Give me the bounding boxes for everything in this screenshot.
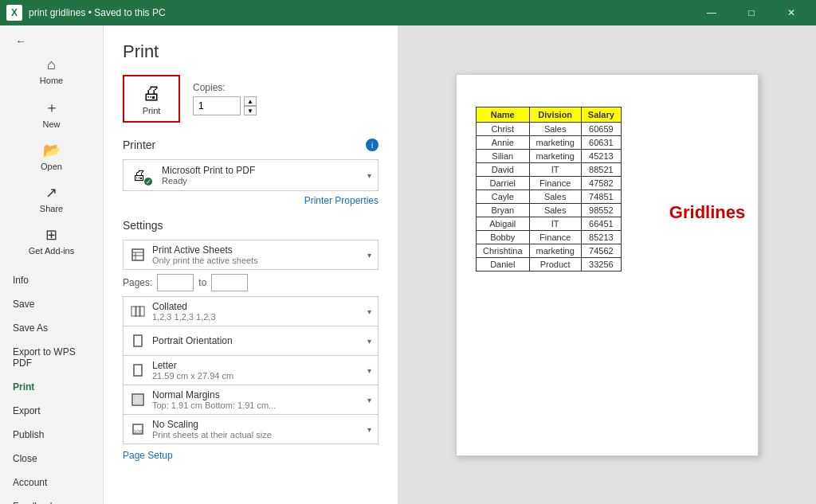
sidebar-item-addins[interactable]: ⊞ Get Add-ins: [0, 220, 103, 262]
print-title: Print: [123, 41, 379, 62]
margins-sub: Top: 1.91 cm Bottom: 1.91 cm...: [152, 400, 371, 410]
preview-content: Name Division Salary ChristSales60659Ann…: [476, 107, 745, 272]
pages-row: Pages: to: [123, 274, 379, 291]
printer-properties-link[interactable]: Printer Properties: [304, 195, 379, 206]
sheets-sub: Only print the active sheets: [152, 256, 371, 265]
close-button[interactable]: ✕: [773, 0, 810, 25]
table-cell: Sales: [529, 189, 581, 203]
table-cell: 98552: [581, 203, 621, 217]
sidebar-item-close[interactable]: Close: [0, 447, 103, 471]
printer-details: Microsoft Print to PDF Ready: [162, 165, 255, 186]
sidebar-share-label: Share: [40, 204, 63, 213]
copies-input[interactable]: [193, 96, 241, 115]
printer-status-check: ✓: [144, 178, 152, 186]
table-cell: Product: [529, 257, 581, 271]
share-icon: ↗: [45, 184, 57, 201]
table-cell: Bryan: [477, 203, 530, 217]
sidebar-item-saveas[interactable]: Save As: [0, 316, 103, 340]
print-panel: Print 🖨 Print Copies: ▲ ▼ Printer: [104, 25, 398, 504]
sidebar-item-open[interactable]: 📂 Open: [0, 135, 103, 178]
copies-decrement[interactable]: ▼: [244, 106, 257, 115]
setting-row-collated[interactable]: Collated 1,2,3 1,2,3 1,2,3: [123, 296, 379, 326]
copies-increment[interactable]: ▲: [244, 96, 257, 106]
table-row: DanielProduct33256: [477, 257, 622, 271]
sidebar-item-share[interactable]: ↗ Share: [0, 178, 103, 220]
table-cell: 45213: [581, 149, 621, 162]
app-icon: X: [6, 5, 22, 21]
setting-row-paper[interactable]: Letter 21.59 cm x 27.94 cm: [123, 355, 379, 385]
table-cell: Silian: [477, 149, 530, 162]
scaling-main: No Scaling: [152, 419, 371, 430]
margins-main: Normal Margins: [152, 389, 371, 400]
sidebar-item-new[interactable]: ＋ New: [0, 92, 103, 135]
pages-to-input[interactable]: [211, 274, 248, 291]
sidebar-open-label: Open: [41, 162, 62, 171]
sidebar-item-publish[interactable]: Publish: [0, 423, 103, 447]
printer-status: Ready: [162, 176, 255, 186]
table-row: Silianmarketing45213: [477, 149, 622, 162]
table-cell: 47582: [581, 176, 621, 189]
orientation-icon: [124, 326, 152, 355]
sidebar-item-export-wps[interactable]: Export to WPS PDF: [0, 340, 103, 375]
settings-section-title: Settings: [123, 219, 163, 232]
table-cell: Daniel: [477, 257, 530, 271]
print-button-area: 🖨 Print Copies: ▲ ▼: [123, 75, 379, 123]
paper-main: Letter: [152, 360, 371, 371]
setting-row-scaling[interactable]: 100 No Scaling Print sheets at their act…: [123, 414, 379, 444]
table-row: CayleSales74851: [477, 189, 622, 203]
sidebar-item-save[interactable]: Save: [0, 292, 103, 316]
print-button[interactable]: 🖨 Print: [123, 75, 180, 123]
table-cell: David: [477, 162, 530, 176]
svg-rect-10: [134, 396, 142, 404]
paper-setting-text: Letter 21.59 cm x 27.94 cm: [152, 357, 378, 384]
table-row: DarrielFinance47582: [477, 176, 622, 189]
sidebar-item-home[interactable]: ⌂ Home: [0, 50, 103, 92]
window-title: print gridlines • Saved to this PC: [29, 7, 693, 18]
setting-row-orientation[interactable]: Portrait Orientation: [123, 326, 379, 356]
printer-info-icon[interactable]: i: [366, 139, 379, 151]
settings-area: Print Active Sheets Only print the activ…: [123, 240, 379, 444]
setting-row-margins[interactable]: Normal Margins Top: 1.91 cm Bottom: 1.91…: [123, 385, 379, 415]
table-row: Chrishtinamarketing74562: [477, 244, 622, 257]
printer-section-header: Printer i: [123, 139, 379, 151]
orientation-setting-text: Portrait Orientation: [152, 332, 378, 350]
copies-area: Copies: ▲ ▼: [193, 82, 257, 115]
sidebar-item-info[interactable]: Info: [0, 268, 103, 292]
printer-icon: 🖨: [142, 82, 161, 104]
collated-icon: [124, 297, 152, 326]
svg-rect-0: [132, 249, 143, 260]
settings-section-header: Settings: [123, 219, 379, 232]
collated-setting-text: Collated 1,2,3 1,2,3 1,2,3: [152, 298, 378, 325]
printer-select[interactable]: 🖨 ✓ Microsoft Print to PDF Ready: [123, 159, 379, 191]
pages-from-input[interactable]: [157, 274, 194, 291]
svg-rect-8: [134, 365, 142, 376]
sidebar-new-label: New: [42, 119, 60, 129]
sidebar-item-account[interactable]: Account: [0, 471, 103, 494]
table-cell: Finance: [529, 230, 581, 244]
table-cell: Bobby: [477, 230, 530, 244]
table-cell: Cayle: [477, 189, 530, 203]
page-setup-link[interactable]: Page Setup: [123, 450, 379, 461]
table-cell: Annie: [477, 135, 530, 149]
sheets-main: Print Active Sheets: [152, 244, 371, 256]
home-icon: ⌂: [47, 57, 56, 73]
table-row: DavidIT88521: [477, 162, 622, 176]
sheets-setting-text: Print Active Sheets Only print the activ…: [152, 241, 378, 268]
table-cell: 60631: [581, 135, 621, 149]
table-cell: marketing: [529, 135, 581, 149]
minimize-button[interactable]: —: [693, 0, 730, 25]
sidebar-item-export[interactable]: Export: [0, 399, 103, 423]
printer-area: 🖨 ✓ Microsoft Print to PDF Ready Printer…: [123, 159, 379, 206]
new-icon: ＋: [45, 98, 59, 117]
title-bar: X print gridlines • Saved to this PC — □…: [0, 0, 816, 25]
sidebar-item-print[interactable]: Print: [0, 375, 103, 399]
copies-label: Copies:: [193, 82, 257, 93]
setting-row-sheets[interactable]: Print Active Sheets Only print the activ…: [123, 240, 379, 270]
back-button[interactable]: ←: [6, 35, 35, 47]
preview-page: Name Division Salary ChristSales60659Ann…: [456, 74, 759, 456]
printer-properties-wrap: Printer Properties: [123, 194, 379, 206]
sidebar-item-feedback[interactable]: Feedback: [0, 494, 103, 504]
maximize-button[interactable]: □: [733, 0, 770, 25]
table-cell: Darriel: [477, 176, 530, 189]
col-header-name: Name: [477, 107, 530, 122]
